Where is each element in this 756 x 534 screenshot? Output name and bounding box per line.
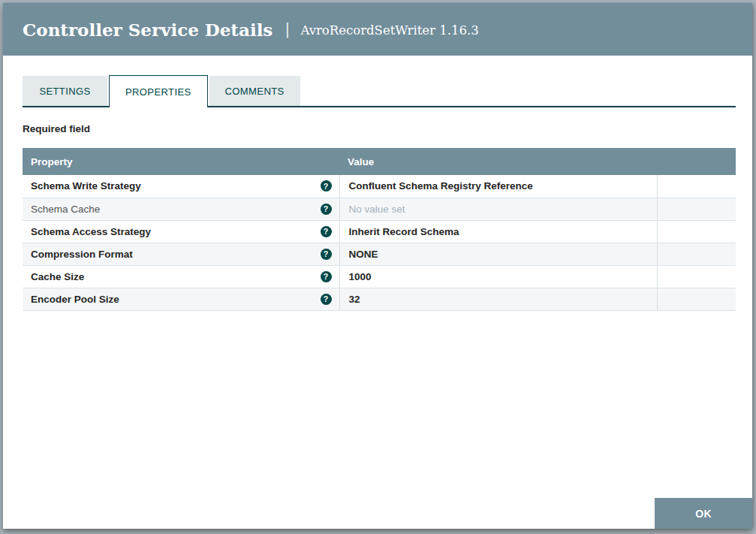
property-row: Schema Cache ? No value set — [23, 198, 736, 220]
properties-table: Property Value Schema Write Strategy ? C… — [23, 148, 736, 311]
dialog-header: Controller Service Details | AvroRecordS… — [3, 3, 752, 56]
property-value: No value set — [339, 198, 657, 220]
property-name: Cache Size — [31, 271, 84, 282]
empty-column-header — [657, 148, 736, 175]
property-name: Compression Format — [31, 249, 133, 260]
dialog-title: Controller Service Details — [23, 20, 273, 40]
service-name-version: AvroRecordSetWriter 1.16.3 — [300, 23, 478, 38]
empty-cell — [657, 220, 736, 243]
property-value: Inherit Record Schema — [339, 220, 657, 243]
property-value: NONE — [339, 243, 657, 265]
empty-cell — [657, 265, 736, 288]
property-name: Schema Cache — [31, 204, 100, 215]
property-column-header: Property — [23, 148, 339, 175]
property-name: Schema Write Strategy — [31, 180, 141, 192]
help-icon[interactable]: ? — [321, 180, 332, 192]
empty-cell — [657, 243, 736, 265]
property-name: Encoder Pool Size — [31, 294, 119, 305]
property-row: Schema Write Strategy ? Confluent Schema… — [23, 175, 736, 198]
property-value: Confluent Schema Registry Reference — [339, 175, 657, 198]
help-icon[interactable]: ? — [321, 271, 332, 282]
tab-comments-label: COMMENTS — [225, 86, 285, 97]
controller-service-details-dialog: Controller Service Details | AvroRecordS… — [3, 3, 752, 529]
title-separator: | — [285, 20, 290, 38]
property-name: Schema Access Strategy — [31, 226, 151, 237]
empty-cell — [657, 288, 736, 310]
tab-properties[interactable]: PROPERTIES — [109, 75, 208, 107]
help-icon[interactable]: ? — [321, 294, 332, 305]
tab-settings-label: SETTINGS — [39, 86, 90, 97]
tab-properties-label: PROPERTIES — [125, 86, 191, 98]
property-row: Compression Format ? NONE — [23, 243, 736, 265]
tab-bar: SETTINGS PROPERTIES COMMENTS — [23, 75, 736, 107]
dialog-body: SETTINGS PROPERTIES COMMENTS Required fi… — [3, 56, 752, 529]
empty-cell — [657, 175, 736, 198]
required-field-label: Required field — [23, 123, 736, 135]
help-icon[interactable]: ? — [321, 249, 332, 260]
property-value: 1000 — [339, 265, 657, 288]
property-row: Encoder Pool Size ? 32 — [23, 288, 736, 310]
tab-settings[interactable]: SETTINGS — [23, 76, 107, 106]
value-column-header: Value — [339, 148, 657, 175]
property-row: Cache Size ? 1000 — [23, 265, 736, 288]
table-header-row: Property Value — [23, 148, 736, 175]
empty-cell — [657, 198, 736, 220]
ok-button[interactable]: OK — [655, 498, 752, 529]
property-row: Schema Access Strategy ? Inherit Record … — [23, 220, 736, 243]
tab-comments[interactable]: COMMENTS — [209, 76, 300, 106]
help-icon[interactable]: ? — [321, 204, 332, 215]
help-icon[interactable]: ? — [321, 226, 332, 237]
property-value: 32 — [339, 288, 657, 310]
